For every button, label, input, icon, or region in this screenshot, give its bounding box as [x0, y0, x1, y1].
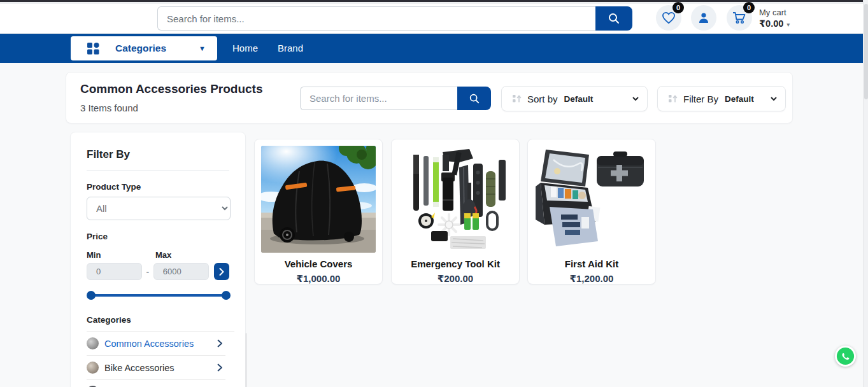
divider: [87, 170, 229, 171]
sort-by-select[interactable]: Default: [562, 94, 641, 104]
whatsapp-icon: [836, 347, 855, 365]
product-price: ₹200.00: [392, 273, 519, 285]
grid-icon: [87, 43, 99, 55]
wishlist-count-badge: 0: [672, 2, 684, 13]
search-button[interactable]: [595, 6, 632, 31]
price-inputs-row: -: [87, 263, 229, 280]
slider-thumb-max[interactable]: [222, 291, 231, 300]
price-max-label: Max: [155, 250, 171, 260]
category-row-common-accessories[interactable]: Common Accessories: [87, 332, 225, 356]
product-name: Emergency Tool Kit: [392, 258, 519, 269]
page-scrollbar[interactable]: [863, 0, 868, 387]
categories-label: Categories: [87, 315, 229, 325]
caret-down-icon: ▾: [786, 21, 790, 28]
product-card-emergency-tool-kit[interactable]: Emergency Tool Kit ₹200.00: [391, 139, 520, 285]
user-icon: [697, 11, 710, 24]
header-search-form: [157, 6, 632, 31]
chevron-right-icon: [217, 363, 223, 372]
products-search-button[interactable]: [457, 87, 491, 110]
slider-track: [89, 294, 228, 297]
page-title: Common Accessories Products: [80, 82, 263, 96]
caret-down-icon: ▼: [199, 45, 206, 52]
product-image-first-aid-kit[interactable]: [534, 146, 649, 253]
wishlist-button[interactable]: 0: [656, 5, 681, 31]
product-price: ₹1,200.00: [528, 273, 655, 285]
page-scrollbar-thumb[interactable]: [864, 4, 868, 99]
nav-link-brand[interactable]: Brand: [278, 34, 303, 63]
sidebar-title: Filter By: [87, 148, 229, 161]
cart-total: ₹0.00▾: [759, 18, 790, 29]
product-name: First Aid Kit: [528, 258, 655, 269]
categories-menu-label: Categories: [115, 43, 166, 54]
product-card-vehicle-covers[interactable]: Vehicle Covers ₹1,000.00: [254, 139, 383, 285]
price-min-label: Min: [87, 250, 155, 260]
products-search-input[interactable]: [300, 87, 457, 110]
product-card-first-aid-kit[interactable]: First Aid Kit ₹1,200.00: [527, 139, 656, 285]
product-type-select[interactable]: All: [87, 197, 231, 220]
search-input[interactable]: [157, 6, 595, 31]
account-button[interactable]: [691, 5, 716, 31]
category-list-scrollbar[interactable]: [245, 333, 247, 387]
cart-icon: [732, 11, 747, 25]
search-icon: [608, 12, 620, 25]
slider-thumb-min[interactable]: [87, 291, 96, 300]
top-header: 0 0 My cart ₹0.00▾: [0, 4, 868, 34]
product-type-label: Product Type: [87, 182, 229, 192]
product-price: ₹1,000.00: [255, 273, 382, 285]
price-range-slider[interactable]: [87, 291, 231, 300]
cart-count-badge: 0: [743, 2, 755, 13]
nav-link-home[interactable]: Home: [232, 34, 258, 63]
product-image-vehicle-covers[interactable]: [261, 146, 376, 253]
whatsapp-chat-button[interactable]: [835, 346, 856, 367]
filter-icon: [668, 94, 678, 104]
heart-icon: [662, 11, 676, 24]
price-max-input[interactable]: [153, 263, 209, 280]
product-image-emergency-tool-kit[interactable]: [398, 146, 513, 253]
category-thumbnail: [87, 337, 99, 349]
category-link: Bike Accessories: [104, 363, 174, 373]
category-list: Common Accessories Bike Accessories Car …: [87, 331, 234, 387]
items-found-count: 3 Items found: [80, 102, 138, 113]
page-header-card: Common Accessories Products 3 Items foun…: [66, 72, 793, 123]
sort-by-label: Sort by: [527, 94, 558, 104]
filter-by-label: Filter By: [683, 94, 718, 104]
storefront-page: { "topbar": { "search_placeholder": "Sea…: [0, 0, 868, 387]
category-link: Common Accessories: [104, 339, 194, 349]
chevron-right-icon: [219, 268, 224, 276]
categories-menu-button[interactable]: Categories ▼: [71, 36, 217, 60]
product-name: Vehicle Covers: [255, 258, 382, 269]
price-label: Price: [87, 232, 229, 241]
filter-sidebar: Filter By Product Type All Price Min Max…: [70, 132, 246, 387]
price-minmax-labels: Min Max: [87, 250, 229, 260]
sort-icon: [512, 94, 522, 104]
filter-by-control: Filter By Default: [657, 86, 786, 111]
sort-by-control: Sort by Default: [501, 86, 648, 111]
filter-by-select[interactable]: Default: [722, 94, 779, 104]
my-cart-summary[interactable]: My cart ₹0.00▾: [759, 8, 790, 29]
chevron-right-icon: [217, 339, 223, 348]
category-thumbnail: [87, 362, 99, 374]
price-min-input[interactable]: [87, 263, 142, 280]
category-row-bike-accessories[interactable]: Bike Accessories: [87, 356, 225, 380]
search-icon: [469, 93, 480, 104]
main-navbar: Categories ▼ Home Brand: [0, 34, 868, 63]
my-cart-label: My cart: [759, 8, 790, 17]
cart-button[interactable]: 0: [727, 5, 752, 31]
price-separator: -: [142, 267, 153, 277]
apply-price-button[interactable]: [214, 263, 229, 280]
category-row-car-accessories[interactable]: Car Accessories: [87, 380, 225, 387]
products-search-form: [300, 87, 491, 110]
